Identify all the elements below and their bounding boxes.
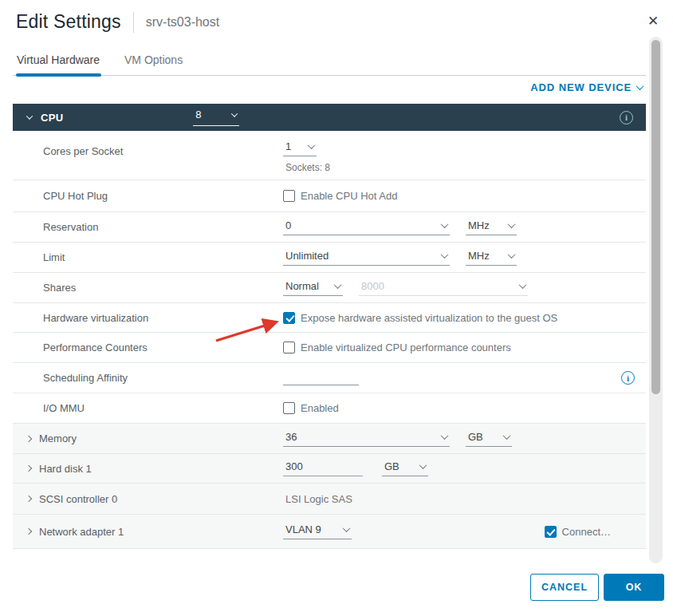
chevron-down-icon — [503, 432, 511, 440]
add-new-device-button[interactable]: ADD NEW DEVICE — [530, 81, 643, 93]
shares-type-value: Normal — [285, 280, 319, 292]
chevron-down-icon — [419, 461, 427, 469]
network-value: VLAN 9 — [285, 523, 321, 535]
chevron-down-icon — [441, 251, 449, 259]
limit-unit: MHz — [468, 250, 490, 262]
row-label: I/O MMU — [13, 402, 283, 414]
cpu-hot-add-checkbox[interactable] — [283, 190, 295, 202]
chevron-down-icon — [508, 251, 516, 259]
dialog-footer: CANCEL OK — [530, 574, 664, 601]
chevron-down-icon — [343, 524, 351, 532]
ok-button[interactable]: OK — [604, 574, 664, 601]
chevron-right-icon — [26, 496, 32, 502]
limit-unit-select[interactable]: MHz — [466, 250, 517, 266]
chevron-down-icon — [308, 141, 316, 149]
chevron-down-icon — [441, 220, 449, 228]
chevron-down-icon — [441, 432, 449, 440]
row-label: Limit — [13, 251, 283, 263]
checkbox-label: Connect… — [562, 526, 611, 538]
row-memory[interactable]: Memory 36 GB — [13, 424, 646, 454]
row-label: Scheduling Affinity — [13, 372, 283, 384]
info-icon[interactable]: i — [621, 371, 635, 385]
info-icon[interactable]: i — [620, 111, 633, 124]
memory-combobox[interactable]: 36 — [283, 431, 450, 447]
row-cores-per-socket: Cores per Socket 1 Sockets: 8 — [13, 131, 646, 180]
chevron-down-icon — [26, 113, 33, 119]
reservation-value: 0 — [285, 219, 291, 231]
checkbox-label: Enable virtualized CPU performance count… — [301, 342, 511, 353]
row-label: CPU Hot Plug — [13, 190, 283, 202]
row-label-wrap: Hard disk 1 — [13, 463, 283, 475]
cores-per-socket-value: 1 — [285, 140, 291, 152]
scheduling-affinity-input[interactable] — [283, 371, 359, 385]
title-divider — [133, 12, 134, 33]
reservation-unit-select[interactable]: MHz — [466, 219, 517, 235]
chevron-down-icon — [231, 110, 238, 116]
scrollbar-track[interactable] — [649, 37, 663, 563]
io-mmu-enabled-checkbox[interactable] — [283, 402, 295, 414]
cores-per-socket-select[interactable]: 1 — [283, 140, 317, 156]
add-new-device-label: ADD NEW DEVICE — [530, 81, 632, 93]
vm-name: srv-ts03-host — [146, 15, 219, 30]
row-shares: Shares Normal 8000 — [13, 273, 646, 303]
row-limit: Limit Unlimited MHz — [13, 243, 646, 273]
chevron-down-icon — [636, 82, 644, 90]
row-hardware-virtualization: Hardware virtualization Expose hardware … — [13, 303, 646, 333]
dialog-title: Edit Settings — [16, 11, 121, 33]
row-cpu-hot-plug: CPU Hot Plug Enable CPU Hot Add — [13, 180, 646, 212]
row-label: Cores per Socket — [13, 145, 283, 157]
row-scsi-controller-0[interactable]: SCSI controller 0 LSI Logic SAS — [13, 484, 646, 515]
memory-value: 36 — [285, 431, 297, 443]
edit-settings-dialog: Edit Settings srv-ts03-host ✕ Virtual Ha… — [0, 0, 673, 616]
row-label: Network adapter 1 — [39, 526, 124, 538]
virtual-hardware-table: CPU 8 i Cores per Socket 1 Sockets: 8 — [13, 104, 646, 549]
row-label: Hardware virtualization — [13, 312, 283, 324]
tab-virtual-hardware[interactable]: Virtual Hardware — [17, 49, 100, 75]
memory-unit-select[interactable]: GB — [466, 431, 512, 447]
hard-disk-unit: GB — [384, 460, 399, 472]
row-scheduling-affinity: Scheduling Affinity i — [13, 363, 646, 393]
cpu-section-header[interactable]: CPU 8 i — [13, 104, 646, 131]
scsi-controller-type: LSI Logic SAS — [283, 493, 352, 505]
row-performance-counters: Performance Counters Enable virtualized … — [13, 333, 646, 363]
close-icon[interactable]: ✕ — [643, 11, 663, 30]
shares-value: 8000 — [361, 280, 384, 292]
reservation-unit: MHz — [468, 219, 490, 231]
row-label: Performance Counters — [13, 342, 283, 353]
row-io-mmu: I/O MMU Enabled — [13, 393, 646, 424]
chevron-right-icon — [26, 465, 32, 472]
cpu-section-label: CPU — [41, 112, 63, 124]
dialog-header: Edit Settings srv-ts03-host — [16, 11, 219, 33]
row-label: Memory — [39, 432, 77, 444]
hard-disk-size-input[interactable]: 300 — [283, 460, 363, 476]
scrollbar-thumb[interactable] — [651, 40, 660, 394]
chevron-down-icon — [508, 220, 516, 228]
limit-combobox[interactable]: Unlimited — [283, 250, 450, 266]
cancel-button[interactable]: CANCEL — [530, 574, 599, 601]
network-select[interactable]: VLAN 9 — [283, 523, 352, 539]
checkbox-label: Expose hardware assisted virtualization … — [301, 312, 557, 324]
limit-value: Unlimited — [285, 250, 329, 262]
memory-unit: GB — [468, 431, 483, 443]
performance-counters-checkbox[interactable] — [283, 342, 295, 353]
tab-bar: Virtual Hardware VM Options — [13, 49, 646, 76]
hard-disk-size-value: 300 — [285, 460, 303, 472]
row-label-wrap: SCSI controller 0 — [13, 493, 283, 505]
row-hard-disk-1[interactable]: Hard disk 1 300 GB — [13, 454, 646, 484]
row-label-wrap: Memory — [13, 432, 283, 444]
cpu-count-select[interactable]: 8 — [193, 109, 239, 126]
connect-checkbox[interactable] — [545, 526, 557, 538]
chevron-down-icon — [334, 281, 342, 289]
reservation-combobox[interactable]: 0 — [283, 219, 450, 235]
checkbox-label: Enabled — [301, 402, 339, 414]
shares-type-select[interactable]: Normal — [283, 280, 343, 296]
row-network-adapter-1[interactable]: Network adapter 1 VLAN 9 Connect… — [13, 515, 646, 549]
row-label-wrap: Network adapter 1 — [13, 526, 283, 538]
row-label: Hard disk 1 — [39, 463, 92, 475]
chevron-down-icon — [519, 281, 527, 289]
tab-vm-options[interactable]: VM Options — [124, 49, 183, 75]
hard-disk-unit-select[interactable]: GB — [382, 460, 428, 476]
expose-hw-virtualization-checkbox[interactable] — [283, 312, 295, 324]
chevron-right-icon — [26, 528, 32, 535]
checkbox-label: Enable CPU Hot Add — [301, 190, 397, 202]
